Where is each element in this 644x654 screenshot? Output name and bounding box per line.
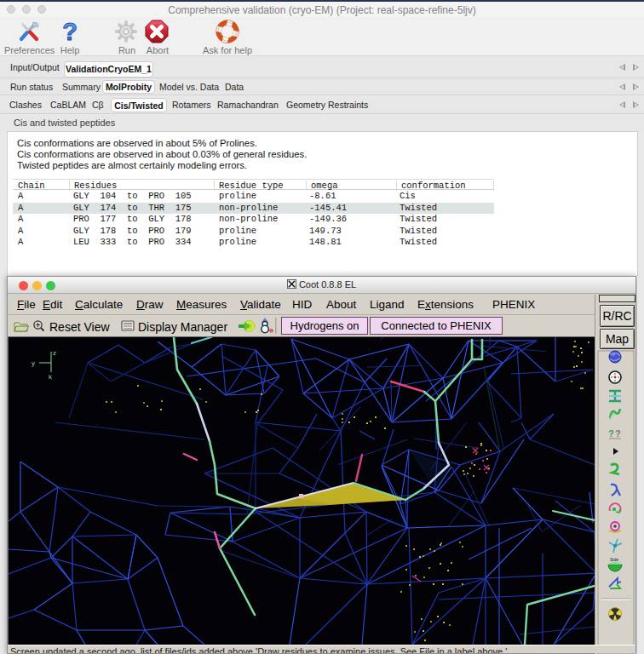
svg-text:z: z [53, 349, 56, 357]
svg-text:y: y [32, 359, 35, 367]
svg-text:?: ? [608, 428, 614, 439]
svg-text:?: ? [62, 19, 78, 44]
svg-text:?: ? [615, 428, 621, 439]
svg-text:Side: Side [610, 557, 618, 562]
